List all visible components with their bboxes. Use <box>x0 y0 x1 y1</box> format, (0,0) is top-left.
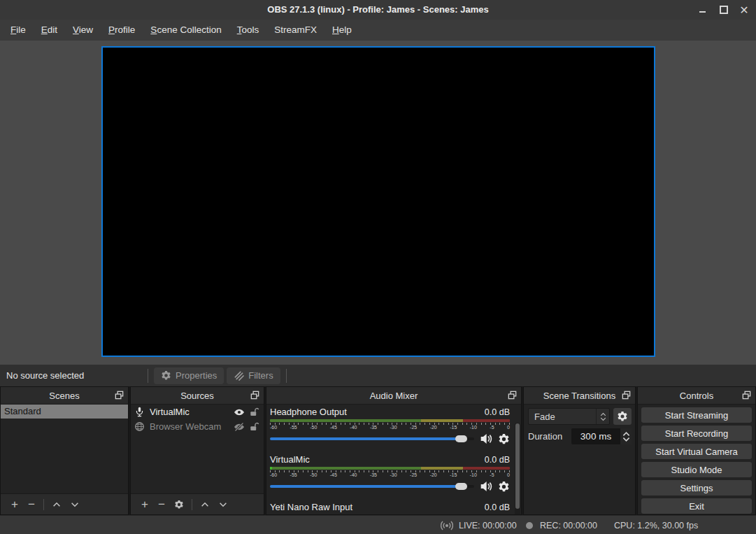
menu-edit[interactable]: Edit <box>34 20 65 41</box>
preview-canvas[interactable] <box>101 46 655 357</box>
speaker-mute-icon[interactable] <box>480 433 492 445</box>
settings-button[interactable]: Settings <box>641 480 752 496</box>
arrow-up-icon <box>622 431 630 437</box>
sources-panel: Sources VirtualMic Browser Webcam + − <box>130 386 264 515</box>
visibility-eye-icon[interactable] <box>234 407 245 418</box>
popout-dock-icon[interactable] <box>621 390 632 400</box>
gear-icon <box>161 370 171 381</box>
minimize-button[interactable] <box>692 0 713 20</box>
start-recording-button[interactable]: Start Recording <box>641 426 752 441</box>
meter-scale: -60-55-50-45-40-35-30-25-20-15-10-50 <box>270 425 510 430</box>
meter-scale-label: 0 <box>507 425 510 430</box>
move-source-down-button[interactable] <box>218 500 228 510</box>
duration-label: Duration <box>528 431 568 442</box>
source-properties-gear-icon[interactable] <box>174 500 184 510</box>
title-bar: OBS 27.1.3 (linux) - Profile: James - Sc… <box>0 0 756 20</box>
move-scene-down-button[interactable] <box>70 500 80 510</box>
popout-dock-icon[interactable] <box>114 390 124 400</box>
filters-label: Filters <box>248 370 273 381</box>
dock-area: Scenes Standard + − Sources VirtualMic B… <box>0 386 756 515</box>
maximize-button[interactable] <box>713 0 734 20</box>
channel-name: Yeti Nano Raw Input <box>270 502 352 512</box>
remove-source-button[interactable]: − <box>153 498 170 510</box>
meter-scale-label: -15 <box>450 472 457 478</box>
move-scene-up-button[interactable] <box>52 500 62 510</box>
popout-dock-icon[interactable] <box>741 390 752 400</box>
meter-scale-label: -5 <box>490 425 494 430</box>
spinbox-arrows[interactable] <box>620 428 632 444</box>
filters-button[interactable]: Filters <box>227 367 280 384</box>
scene-transitions-title: Scene Transitions <box>543 391 615 401</box>
remove-scene-button[interactable]: − <box>23 498 40 510</box>
scenes-title: Scenes <box>49 391 79 401</box>
slider-track-remainder <box>466 485 474 488</box>
move-source-up-button[interactable] <box>200 500 210 510</box>
duration-spinbox[interactable]: 300 ms <box>571 428 632 444</box>
meter-scale-label: -15 <box>450 425 457 430</box>
start-virtual-camera-button[interactable]: Start Virtual Camera <box>641 444 752 459</box>
menu-profile[interactable]: Profile <box>101 20 143 41</box>
meter-scale-label: -5 <box>490 472 494 478</box>
menu-scene-collection[interactable]: Scene Collection <box>143 20 229 41</box>
meter-scale-label: -45 <box>330 472 337 478</box>
no-source-selected-label: No source selected <box>6 370 143 381</box>
menu-streamfx[interactable]: StreamFX <box>266 20 324 41</box>
channel-level-db: 0.0 dB <box>485 455 510 465</box>
mixer-scrollbar[interactable] <box>515 423 520 514</box>
channel-settings-gear-icon[interactable] <box>498 433 510 445</box>
menu-view[interactable]: View <box>65 20 101 41</box>
scenes-toolbar: + − <box>1 493 128 514</box>
scene-transitions-panel-header: Scene Transitions <box>524 387 635 405</box>
visibility-eye-slash-icon[interactable] <box>234 421 245 433</box>
duration-value: 300 ms <box>571 431 620 442</box>
source-list-item[interactable]: Browser Webcam <box>131 419 264 434</box>
properties-button[interactable]: Properties <box>154 367 224 384</box>
close-button[interactable]: ✕ <box>734 0 755 20</box>
volume-slider[interactable] <box>270 432 474 446</box>
meter-scale-label: -10 <box>470 472 477 478</box>
channel-level-db: 0.0 dB <box>485 407 510 417</box>
menu-tools[interactable]: Tools <box>229 20 267 41</box>
microphone-icon <box>134 407 145 417</box>
lock-open-icon[interactable] <box>250 407 259 417</box>
transition-selected-value: Fade <box>529 412 596 422</box>
source-label: VirtualMic <box>150 407 229 417</box>
source-label: Browser Webcam <box>150 421 229 432</box>
menu-help[interactable]: Help <box>324 20 359 41</box>
exit-button[interactable]: Exit <box>641 498 752 514</box>
source-list-item[interactable]: VirtualMic <box>131 405 264 419</box>
lock-open-icon[interactable] <box>250 422 259 432</box>
scene-list-item[interactable]: Standard <box>1 405 128 419</box>
slider-handle[interactable] <box>455 483 467 490</box>
channel-name: VirtualMic <box>270 454 310 465</box>
popout-dock-icon[interactable] <box>507 390 518 400</box>
slider-handle[interactable] <box>455 435 467 442</box>
mixer-channel: Headphone Output 0.0 dB -60-55-50-45-40-… <box>270 407 510 446</box>
rec-time: REC: 00:00:00 <box>540 516 597 534</box>
volume-slider[interactable] <box>270 479 474 493</box>
meter-scale-label: -55 <box>290 472 297 478</box>
popout-dock-icon[interactable] <box>250 390 260 400</box>
sources-panel-header: Sources <box>131 387 264 405</box>
transition-properties-button[interactable] <box>613 408 632 425</box>
broadcast-icon <box>441 516 453 534</box>
meter-level-indicator <box>270 467 272 470</box>
meter-scale-label: -10 <box>470 425 477 430</box>
speaker-mute-icon[interactable] <box>480 480 492 493</box>
studio-mode-button[interactable]: Studio Mode <box>641 462 752 477</box>
start-streaming-button[interactable]: Start Streaming <box>641 407 752 423</box>
meter-scale-label: 0 <box>507 472 510 478</box>
add-scene-button[interactable]: + <box>6 498 23 510</box>
combo-spinner[interactable] <box>596 409 609 424</box>
controls-body: Start Streaming Start Recording Start Vi… <box>638 405 755 515</box>
meter-scale-label: -55 <box>290 425 297 430</box>
add-source-button[interactable]: + <box>136 498 153 510</box>
menu-file[interactable]: File <box>3 20 34 41</box>
main-area <box>0 41 756 365</box>
toolbar-separator <box>286 369 287 383</box>
channel-settings-gear-icon[interactable] <box>498 481 510 493</box>
transition-select[interactable]: Fade <box>528 408 610 425</box>
slider-track-remainder <box>466 437 474 440</box>
scrollbar-thumb[interactable] <box>515 423 520 509</box>
meter-scale-label: -35 <box>370 472 377 478</box>
